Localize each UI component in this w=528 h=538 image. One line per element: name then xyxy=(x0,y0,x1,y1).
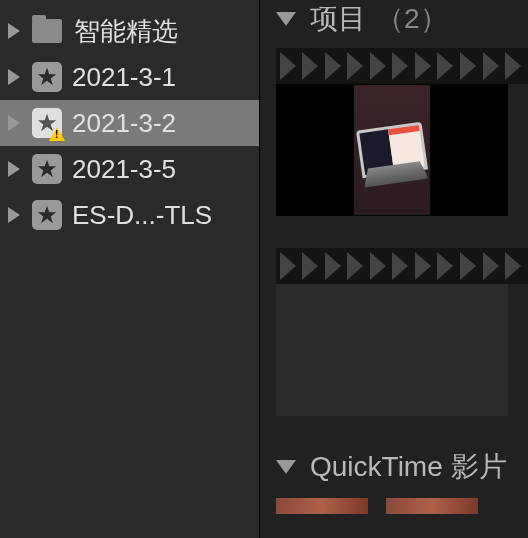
sidebar-item-label: 智能精选 xyxy=(74,14,178,49)
project-thumbnail-empty xyxy=(276,284,508,416)
disclosure-icon xyxy=(8,115,20,131)
disclosure-icon xyxy=(8,69,20,85)
quicktime-clip-thumbnail[interactable] xyxy=(386,498,478,514)
sidebar-item-event-1[interactable]: 2021-3-1 xyxy=(0,54,259,100)
project-clip[interactable] xyxy=(276,48,528,216)
project-clip[interactable] xyxy=(276,248,528,416)
star-icon xyxy=(32,108,62,138)
star-icon xyxy=(32,154,62,184)
section-count: （2） xyxy=(376,0,448,38)
filmstrip-icon xyxy=(276,48,528,84)
section-header-quicktime[interactable]: QuickTime 影片 xyxy=(276,448,528,486)
section-header-projects[interactable]: 项目 （2） xyxy=(276,0,528,38)
section-title: 项目 xyxy=(310,0,366,38)
disclosure-icon xyxy=(8,23,20,39)
sidebar-item-event-4[interactable]: ES-D...-TLS xyxy=(0,192,259,238)
disclosure-icon xyxy=(8,207,20,223)
project-thumbnail xyxy=(276,84,508,216)
sidebar: 智能精选 2021-3-1 2021-3-2 2021-3-5 ES-D...-… xyxy=(0,0,259,538)
sidebar-item-event-2[interactable]: 2021-3-2 xyxy=(0,100,259,146)
sidebar-item-smart[interactable]: 智能精选 xyxy=(0,8,259,54)
content-area: 项目 （2） QuickTime 影片 xyxy=(259,0,528,538)
sidebar-item-event-3[interactable]: 2021-3-5 xyxy=(0,146,259,192)
filmstrip-icon xyxy=(276,248,528,284)
quicktime-clips-row xyxy=(276,498,528,514)
chevron-down-icon xyxy=(276,460,296,474)
warning-badge-icon xyxy=(49,127,65,141)
sidebar-item-label: 2021-3-5 xyxy=(72,154,176,185)
quicktime-clip-thumbnail[interactable] xyxy=(276,498,368,514)
sidebar-item-label: 2021-3-2 xyxy=(72,108,176,139)
folder-icon xyxy=(32,19,62,43)
sidebar-item-label: 2021-3-1 xyxy=(72,62,176,93)
disclosure-icon xyxy=(8,161,20,177)
sidebar-item-label: ES-D...-TLS xyxy=(72,200,212,231)
star-icon xyxy=(32,200,62,230)
star-icon xyxy=(32,62,62,92)
chevron-down-icon xyxy=(276,12,296,26)
section-title: QuickTime 影片 xyxy=(310,448,507,486)
